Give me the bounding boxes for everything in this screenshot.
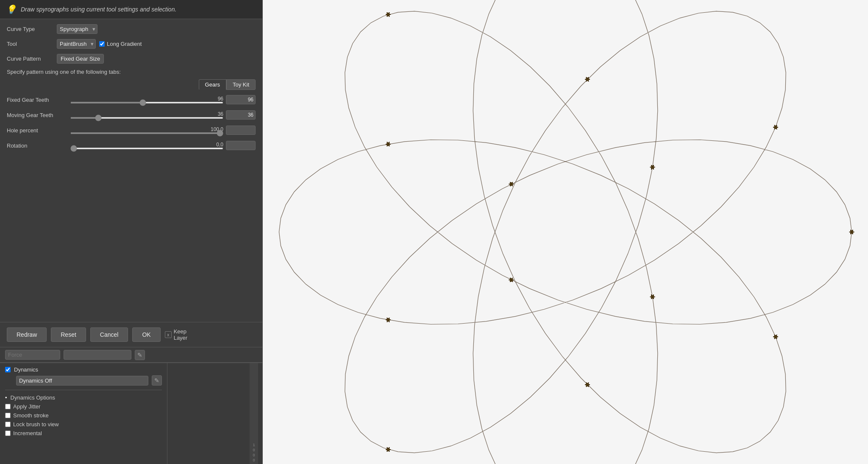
hole-percent-controls: 100,0 100,0 [70,126,256,135]
keep-layer-x-button[interactable]: x [165,331,172,338]
moving-gear-teeth-controls: 36 [70,110,256,120]
smooth-stroke-checkbox[interactable] [5,413,11,418]
fixed-gear-teeth-label: Fixed Gear Teeth [7,97,70,103]
curve-pattern-row: Curve Pattern Fixed Gear Size [7,54,256,64]
long-gradient-checkbox[interactable] [99,41,105,47]
settings-area: Curve Type Spyrograph Epitrochoid Sine C… [0,19,262,322]
force-select[interactable] [64,350,131,360]
moving-gear-teeth-slider[interactable] [70,117,223,119]
moving-gear-teeth-spinner[interactable] [226,110,256,120]
dynamics-label: Dynamics [14,366,38,373]
smooth-stroke-row: Smooth stroke [5,412,162,419]
dynamics-checkbox[interactable] [5,367,11,372]
cancel-button[interactable]: Cancel [90,327,128,342]
incremental-checkbox[interactable] [5,430,11,436]
hole-percent-label: Hole percent [7,127,70,134]
ruler-val-4: 0 [253,458,255,462]
dynamics-select-row: Dynamics Off Dynamics On ✎ [5,375,162,386]
moving-gear-teeth-row: Moving Gear Teeth 36 [7,110,256,120]
bottom-section: Dynamics Dynamics Off Dynamics On ✎ D [0,362,262,464]
fixed-gear-teeth-slider-wrap: 96 [70,96,223,103]
dynamics-edit-button[interactable]: ✎ [152,375,162,386]
tabs-row: Gears Toy Kit [7,79,256,90]
fixed-gear-teeth-spinner[interactable] [226,95,256,104]
incremental-label: Incremental [13,430,42,436]
hole-percent-row: Hole percent 100,0 100,0 [7,126,256,135]
smooth-stroke-label: Smooth stroke [13,412,49,419]
bottom-right: 1 0 0 0 [167,363,262,464]
keep-layer-label: Keep Layer [174,328,188,341]
rotation-slider[interactable] [70,148,223,149]
tool-select[interactable]: PaintBrush Pencil Pen [57,39,96,49]
button-bar: Redraw Reset Cancel OK x Keep Layer [0,322,262,347]
curve-type-select-wrapper: Spyrograph Epitrochoid Sine Curve [57,24,97,34]
lock-brush-row: Lock brush to view [5,421,162,428]
apply-jitter-row: Apply Jitter [5,403,162,410]
rotation-label: Rotation [7,143,70,149]
rotation-controls: 0,0 0,0 [70,141,256,150]
force-edit-button[interactable]: ✎ [135,350,145,360]
curve-type-row: Curve Type Spyrograph Epitrochoid Sine C… [7,24,256,34]
canvas-area [263,0,868,464]
pattern-desc: Specify pattern using one of the followi… [7,69,256,75]
fixed-gear-teeth-row: Fixed Gear Teeth 96 [7,95,256,104]
fixed-gear-teeth-slider[interactable] [70,102,223,103]
info-text: Draw spyrographs using current tool sett… [21,6,176,13]
fixed-gear-teeth-controls: 96 [70,95,256,104]
info-bar: 💡 Draw spyrographs using current tool se… [0,0,262,19]
tool-label: Tool [7,41,53,47]
left-panel: 💡 Draw spyrographs using current tool se… [0,0,263,464]
ruler-val-2: 0 [253,448,255,452]
lock-brush-label: Lock brush to view [13,421,59,428]
ruler-val-3: 0 [253,453,255,457]
ok-button[interactable]: OK [132,327,160,342]
curve-type-label: Curve Type [7,26,53,32]
force-row: ✎ [0,347,262,362]
apply-jitter-checkbox[interactable] [5,404,11,409]
dynamics-options-label: Dynamics Options [11,394,55,401]
curve-pattern-value: Fixed Gear Size [57,54,104,64]
dynamics-select-wrap: Dynamics Off Dynamics On [16,376,148,386]
dynamics-select[interactable]: Dynamics Off Dynamics On [16,376,148,386]
hole-percent-slider[interactable] [70,132,223,134]
hole-percent-spinner[interactable]: 100,0 [226,126,256,135]
tab-toy-kit[interactable]: Toy Kit [226,79,256,90]
apply-jitter-label: Apply Jitter [13,403,40,410]
bottom-left: Dynamics Dynamics Off Dynamics On ✎ D [0,363,167,464]
curve-pattern-label: Curve Pattern [7,56,53,62]
tab-gears[interactable]: Gears [199,79,226,90]
ruler-vertical: 1 0 0 0 [250,363,258,464]
rotation-row: Rotation 0,0 0,0 [7,141,256,150]
rotation-slider-wrap: 0,0 [70,142,223,149]
moving-gear-teeth-label: Moving Gear Teeth [7,112,70,118]
tool-row: Tool PaintBrush Pencil Pen Long Gradient [7,39,256,49]
keep-layer-group: x Keep Layer [165,328,188,341]
rotation-spinner[interactable]: 0,0 [226,141,256,150]
redraw-button[interactable]: Redraw [7,327,47,342]
curve-type-select[interactable]: Spyrograph Epitrochoid Sine Curve [57,24,97,34]
moving-gear-teeth-slider-wrap: 36 [70,111,223,119]
long-gradient-group: Long Gradient [99,41,142,47]
long-gradient-label: Long Gradient [107,41,142,47]
dynamics-options-row: Dynamics Options [5,394,162,401]
hole-percent-slider-wrap: 100,0 [70,126,223,134]
spyrograph-canvas [263,0,868,464]
reset-button[interactable]: Reset [51,327,86,342]
tool-select-wrapper: PaintBrush Pencil Pen [57,39,96,49]
dynamics-row: Dynamics [5,366,162,373]
incremental-row: Incremental [5,430,162,436]
force-input[interactable] [5,350,60,360]
lock-brush-checkbox[interactable] [5,422,11,427]
ruler-val-1: 1 [253,443,255,447]
bulb-icon: 💡 [6,4,17,14]
